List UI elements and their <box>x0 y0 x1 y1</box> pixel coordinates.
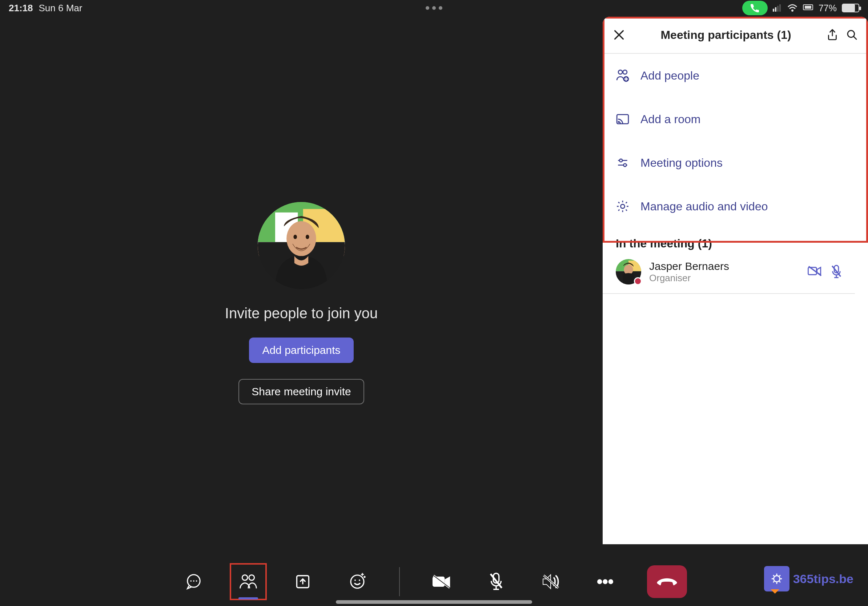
add-room-item[interactable]: Add a room <box>603 97 868 141</box>
participants-panel: Meeting participants (1) Add people Add … <box>603 17 868 544</box>
camera-off-button[interactable] <box>429 569 454 594</box>
battery-percent-label: 77% <box>818 3 837 14</box>
self-avatar <box>258 202 345 289</box>
participant-camera-off-icon <box>808 265 822 277</box>
svg-point-34 <box>773 576 780 582</box>
toolbar-divider <box>399 567 400 596</box>
svg-point-31 <box>598 580 602 584</box>
close-icon[interactable] <box>613 29 625 41</box>
phone-hangup-icon <box>657 576 677 587</box>
svg-point-19 <box>242 575 248 580</box>
svg-rect-2 <box>777 6 778 12</box>
sliders-icon <box>616 156 629 170</box>
participant-role: Organiser <box>649 272 729 284</box>
wifi-icon <box>787 4 797 12</box>
meeting-options-label: Meeting options <box>640 156 722 170</box>
share-content-button[interactable] <box>290 569 316 594</box>
cast-icon <box>616 112 629 126</box>
more-actions-button[interactable] <box>592 569 618 594</box>
panel-actions-list: Add people Add a room Meeting options Ma… <box>603 54 868 228</box>
svg-point-14 <box>306 235 309 239</box>
svg-line-30 <box>544 575 558 588</box>
participant-name: Jasper Bernaers <box>649 260 729 272</box>
share-meeting-invite-button[interactable]: Share meeting invite <box>239 379 364 404</box>
panel-title: Meeting participants (1) <box>660 28 791 42</box>
add-room-label: Add a room <box>640 113 701 126</box>
svg-rect-1 <box>775 7 777 12</box>
meeting-options-item[interactable]: Meeting options <box>603 141 868 185</box>
svg-rect-0 <box>773 9 774 12</box>
svg-point-37 <box>623 70 627 74</box>
manage-av-label: Manage audio and video <box>640 200 768 213</box>
svg-point-24 <box>359 580 360 581</box>
svg-point-13 <box>293 235 297 239</box>
svg-point-23 <box>354 580 356 581</box>
participant-avatar <box>616 259 641 284</box>
cellular-signal-icon <box>773 5 782 12</box>
speaker-off-button[interactable] <box>538 569 563 594</box>
reactions-button[interactable] <box>344 569 370 594</box>
svg-point-32 <box>603 580 608 584</box>
meeting-empty-state: Invite people to join you Add participan… <box>0 0 603 606</box>
participant-row[interactable]: Jasper Bernaers Organiser <box>603 255 855 294</box>
add-people-label: Add people <box>640 69 699 82</box>
watermark-logo: 365tips.be <box>764 566 854 592</box>
svg-point-42 <box>623 164 626 166</box>
chat-button[interactable] <box>181 569 206 594</box>
svg-rect-3 <box>779 5 781 12</box>
svg-rect-6 <box>805 6 811 9</box>
gear-icon <box>616 199 629 213</box>
svg-point-17 <box>193 580 194 582</box>
svg-point-16 <box>190 580 192 582</box>
carplay-icon <box>803 4 814 12</box>
presence-dot-busy <box>634 277 642 285</box>
logo-text: 365tips.be <box>793 572 854 586</box>
svg-point-43 <box>620 204 625 208</box>
svg-point-33 <box>609 580 613 584</box>
svg-point-4 <box>791 9 794 12</box>
invite-title: Invite people to join you <box>225 305 378 322</box>
participants-button[interactable] <box>236 569 261 594</box>
logo-badge-icon <box>764 566 789 592</box>
participant-mic-off-icon <box>831 265 842 279</box>
add-participants-button[interactable]: Add participants <box>249 337 353 363</box>
svg-point-20 <box>249 575 254 580</box>
search-icon[interactable] <box>846 29 858 41</box>
hangup-button[interactable] <box>647 565 687 598</box>
svg-point-18 <box>196 580 197 582</box>
svg-point-41 <box>619 159 622 162</box>
meeting-toolbar <box>0 565 868 598</box>
call-indicator-pill[interactable] <box>742 1 768 15</box>
in-meeting-section-title: In the meeting (1) <box>603 228 868 255</box>
mic-off-button[interactable] <box>484 569 509 594</box>
manage-av-item[interactable]: Manage audio and video <box>603 185 868 228</box>
home-indicator[interactable] <box>336 600 532 604</box>
panel-header: Meeting participants (1) <box>603 17 868 54</box>
svg-point-22 <box>351 575 364 588</box>
svg-point-40 <box>618 121 620 123</box>
svg-point-36 <box>618 70 622 74</box>
phone-icon <box>750 3 760 13</box>
battery-icon <box>842 4 859 12</box>
add-people-item[interactable]: Add people <box>603 54 868 97</box>
share-icon[interactable] <box>826 29 838 41</box>
add-people-icon <box>616 69 629 82</box>
